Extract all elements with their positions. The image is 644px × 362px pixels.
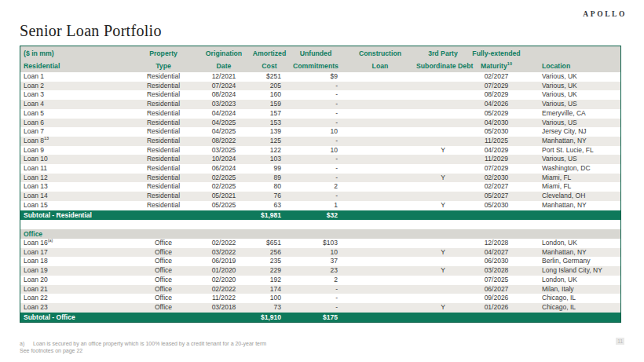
- loan-name: Loan 21: [20, 285, 130, 294]
- location: Various, UK: [523, 72, 620, 82]
- origination-date: 03/2023: [196, 100, 251, 109]
- footnotes: a)Loan is secured by an office property …: [20, 341, 266, 354]
- loan-name: Loan 6: [20, 119, 130, 128]
- fully-extended-maturity: 03/2028: [470, 266, 523, 276]
- residential-subtotal: Subtotal - Residential $1,981 $32 Office: [20, 210, 620, 240]
- construction-loan: [344, 182, 416, 192]
- table-row: Loan 17Office03/202225610Y04/2027Manhatt…: [20, 248, 620, 258]
- origination-date: 01/2020: [196, 266, 251, 276]
- location: London, UK: [523, 239, 620, 248]
- header-units: ($ in mm): [20, 46, 130, 60]
- unfunded-commitments: 10: [287, 127, 344, 137]
- location: Various, US: [523, 155, 620, 164]
- loan-name: Loan 9: [20, 146, 130, 155]
- property-type: Residential: [130, 192, 196, 201]
- property-type: Office: [130, 239, 196, 248]
- origination-date: 05/2021: [196, 192, 251, 201]
- unfunded-commitments: -: [287, 109, 344, 119]
- property-type: Residential: [130, 137, 196, 146]
- fully-extended-maturity: 05/2027: [470, 192, 523, 201]
- fully-extended-maturity: 06/2027: [470, 285, 523, 294]
- subordinate-debt: Y: [416, 248, 470, 258]
- subtotal-residential-empty: [344, 210, 620, 221]
- construction-loan: [344, 276, 416, 285]
- table-row: Loan 13Residential02/202580202/2027Miami…: [20, 182, 620, 192]
- table-row: Loan 10Residential10/2024103-11/2029Vari…: [20, 155, 620, 164]
- construction-loan: [344, 100, 416, 109]
- property-type: Residential: [130, 72, 196, 82]
- unfunded-commitments: -: [287, 294, 344, 303]
- amortized-cost: 73: [251, 303, 287, 313]
- fully-extended-maturity: 04/2029: [470, 146, 523, 155]
- origination-date: 10/2024: [196, 155, 251, 164]
- loan-name: Loan 14: [20, 192, 130, 201]
- property-type: Residential: [130, 90, 196, 100]
- property-type: Residential: [130, 164, 196, 174]
- location: Various, UK: [523, 82, 620, 91]
- subordinate-debt: [416, 109, 470, 119]
- unfunded-commitments: -: [287, 174, 344, 183]
- header-3rd-party: 3rd Party: [416, 46, 470, 60]
- amortized-cost: $651: [251, 239, 287, 248]
- fully-extended-maturity: 11/2029: [470, 155, 523, 164]
- subordinate-debt: [416, 90, 470, 100]
- construction-loan: [344, 109, 416, 119]
- unfunded-commitments: -: [287, 155, 344, 164]
- fully-extended-maturity: 07/2025: [470, 276, 523, 285]
- subordinate-debt: [416, 239, 470, 248]
- subordinate-debt: [416, 100, 470, 109]
- header-commitments: Commitments: [287, 60, 344, 72]
- table-row: Loan 20Office02/2020192207/2025London, U…: [20, 276, 620, 285]
- amortized-cost: $251: [251, 72, 287, 82]
- header-type: Type: [130, 60, 196, 72]
- amortized-cost: 100: [251, 294, 287, 303]
- office-rows: Loan 16(a)Office02/2022$651$10312/2028Lo…: [20, 239, 620, 313]
- loan-name: Loan 4: [20, 100, 130, 109]
- property-type: Residential: [130, 155, 196, 164]
- fully-extended-maturity: 04/2030: [470, 119, 523, 128]
- amortized-cost: 256: [251, 248, 287, 258]
- residential-rows: Loan 1Residential12/2021$251$902/2027Var…: [20, 72, 620, 210]
- amortized-cost: 139: [251, 127, 287, 137]
- subordinate-debt: Y: [416, 303, 470, 313]
- location: Chicago, IL: [523, 294, 620, 303]
- table-row: Loan 3Residential08/2024160-08/2029Vario…: [20, 90, 620, 100]
- unfunded-commitments: 10: [287, 146, 344, 155]
- construction-loan: [344, 82, 416, 91]
- construction-loan: [344, 303, 416, 313]
- loan-footnote-sup: (a): [48, 238, 53, 243]
- construction-loan: [344, 155, 416, 164]
- property-type: Residential: [130, 146, 196, 155]
- header-maturity-label: Maturity: [481, 62, 507, 70]
- fully-extended-maturity: 12/2028: [470, 239, 523, 248]
- loan-name: Loan 17: [20, 248, 130, 258]
- origination-date: 02/2022: [196, 285, 251, 294]
- header-location: Location: [523, 60, 620, 72]
- origination-date: 07/2024: [196, 82, 251, 91]
- construction-loan: [344, 174, 416, 183]
- loan-portfolio-table: ($ in mm) Property Origination Amortized…: [20, 46, 621, 323]
- loan-name: Loan 13: [20, 182, 130, 192]
- table-header-row-2: Residential Type Date Cost Commitments L…: [20, 60, 620, 72]
- location: Manhattan, NY: [523, 248, 620, 258]
- loan-name: Loan 3: [20, 90, 130, 100]
- unfunded-commitments: 37: [287, 257, 344, 266]
- subtotal-office-label: Subtotal - Office: [20, 313, 251, 323]
- header-property: Property: [130, 46, 196, 60]
- construction-loan: [344, 192, 416, 201]
- header-construction: Construction: [344, 46, 416, 60]
- table-header-row-1: ($ in mm) Property Origination Amortized…: [20, 46, 620, 60]
- unfunded-commitments: -: [287, 82, 344, 91]
- loan-name: Loan 1: [20, 72, 130, 82]
- header-date: Date: [196, 60, 251, 72]
- location: London, UK: [523, 276, 620, 285]
- construction-loan: [344, 127, 416, 137]
- location: Miami, FL: [523, 182, 620, 192]
- location: Various, US: [523, 100, 620, 109]
- property-type: Office: [130, 248, 196, 258]
- section-gap-row: [20, 220, 620, 229]
- location: Long Island City, NY: [523, 266, 620, 276]
- footnote-see: See footnotes on page 22: [20, 348, 266, 355]
- construction-loan: [344, 164, 416, 174]
- loan-name: Loan 18: [20, 257, 130, 266]
